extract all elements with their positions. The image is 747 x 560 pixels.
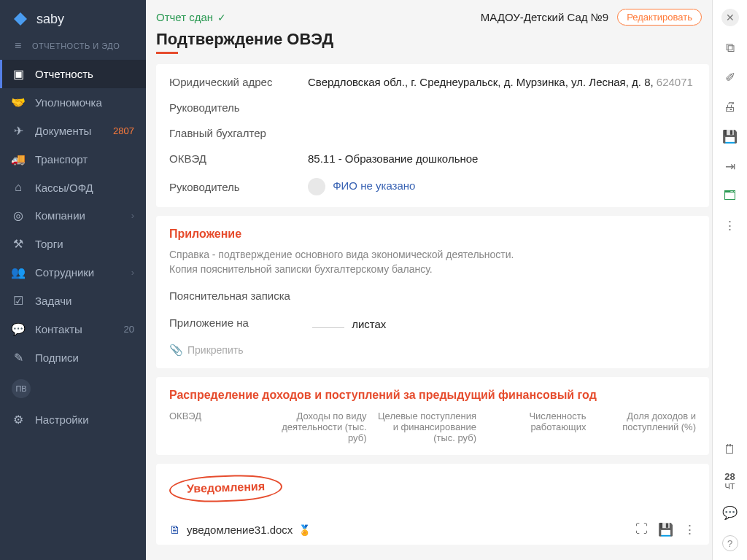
sidebar-item-signatures[interactable]: ✎ Подписи — [0, 343, 146, 372]
sidebar-item-tasks[interactable]: ☑ Задачи — [0, 287, 146, 315]
date-badge[interactable]: 28 ЧТ — [724, 472, 735, 491]
gavel-icon: ⚒ — [12, 237, 25, 251]
sidebar-item-proxy[interactable]: 🤝 Уполномочка — [0, 88, 146, 117]
main: Отчет сдан ✓ МАДОУ-Детский Сад №9 Редакт… — [146, 0, 747, 560]
logo[interactable]: saby — [0, 0, 146, 32]
sidebar-item-documents[interactable]: ✈ Документы 2807 — [0, 117, 146, 145]
appendix-card: Приложение Справка - подтверждение основ… — [156, 216, 709, 368]
content: Отчет сдан ✓ МАДОУ-Детский Сад №9 Редакт… — [146, 0, 712, 560]
print-icon[interactable]: 🖨 — [724, 100, 736, 114]
checklist-icon: ☑ — [12, 294, 25, 308]
kebab-icon[interactable]: ⋮ — [724, 218, 736, 233]
brand-text: saby — [36, 12, 64, 27]
notifications-title: Уведомления — [169, 473, 282, 503]
close-button[interactable]: ✕ — [721, 9, 739, 26]
help-button[interactable]: ? — [722, 535, 738, 551]
okved-label: ОКВЭД — [169, 152, 308, 165]
appendix-description: Справка - подтверждение основного вида э… — [169, 248, 696, 276]
paperclip-icon: 📎 — [169, 343, 183, 357]
note-label: Пояснительная записка — [169, 289, 308, 302]
income-card: Распределение доходов и поступлений за п… — [156, 377, 709, 455]
company-icon: ◎ — [12, 209, 25, 222]
director2-value[interactable]: ФИО не указано — [308, 178, 415, 195]
chevron-right-icon: › — [131, 267, 134, 278]
director-label: Руководитель — [169, 101, 308, 114]
pen-icon: ✎ — [12, 351, 25, 365]
sidebar-item-kassy[interactable]: ⌂ Кассы/ОФД — [0, 174, 146, 201]
paper-plane-icon: ✈ — [12, 124, 25, 138]
section-label[interactable]: ≡ ОТЧЕТНОСТЬ И ЭДО — [0, 32, 146, 60]
check-icon: ✓ — [217, 12, 226, 23]
right-rail: ✕ ⧉ ✐ 🖨 💾 ⇥ 🗔 ⋮ 🗒 28 ЧТ 💬 ? — [712, 0, 747, 560]
sheets-input[interactable] — [312, 315, 344, 328]
attach-link[interactable]: 📎 Прикрепить — [169, 343, 696, 357]
appendix-title: Приложение — [169, 228, 696, 241]
folder-icon: ▣ — [12, 67, 25, 81]
send-icon[interactable]: ⇥ — [725, 159, 735, 174]
save-icon[interactable]: 💾 — [658, 522, 673, 537]
income-table-header: ОКВЭД Доходы по виду деятельности (тыс. … — [169, 411, 696, 443]
notifications-card: Уведомления 🗎 уведомление31.docx 🏅 ⛶ 💾 ⋮ — [156, 464, 709, 545]
menu-icon: ≡ — [12, 39, 25, 52]
sidebar-item-employees[interactable]: 👥 Сотрудники › — [0, 258, 146, 287]
fullscreen-icon[interactable]: ⛶ — [635, 522, 648, 537]
sidebar: saby ≡ ОТЧЕТНОСТЬ И ЭДО ▣ Отчетность 🤝 У… — [0, 0, 146, 560]
sidebar-item-contacts[interactable]: 💬 Контакты 20 — [0, 315, 146, 343]
okved-value: 85.11 - Образование дошкольное — [308, 152, 478, 165]
contacts-badge: 20 — [124, 324, 134, 335]
chat2-icon[interactable]: 💬 — [722, 505, 738, 521]
sidebar-item-transport[interactable]: 🚚 Транспорт — [0, 145, 146, 174]
avatar[interactable]: ПВ — [12, 379, 31, 398]
file-actions: ⛶ 💾 ⋮ — [635, 522, 696, 537]
cash-icon: ⌂ — [12, 181, 25, 194]
chat-icon: 💬 — [12, 322, 25, 336]
status-badge: Отчет сдан ✓ — [156, 11, 226, 23]
doc-icon: 🗎 — [169, 524, 181, 537]
ribbon-icon: 🏅 — [298, 524, 311, 536]
avatar-placeholder-icon — [308, 178, 325, 195]
attached-file[interactable]: 🗎 уведомление31.docx 🏅 ⛶ 💾 ⋮ — [169, 522, 696, 537]
sheets-value: листах — [308, 315, 386, 330]
page-title: Подтверждение ОВЭД — [156, 30, 712, 49]
brand-icon — [12, 10, 29, 28]
chevron-right-icon: › — [131, 210, 134, 221]
org-name: МАДОУ-Детский Сад №9 — [481, 11, 608, 23]
more-icon[interactable]: ⋮ — [684, 522, 696, 537]
documents-badge: 2807 — [113, 125, 134, 136]
sheets-label: Приложение на — [169, 316, 308, 329]
save-disk-icon[interactable]: 💾 — [722, 129, 738, 144]
status-row: Отчет сдан ✓ МАДОУ-Детский Сад №9 Редакт… — [156, 9, 712, 26]
sidebar-item-torgi[interactable]: ⚒ Торги — [0, 230, 146, 258]
sidebar-item-reports[interactable]: ▣ Отчетность — [0, 60, 146, 88]
edit-note-icon[interactable]: ✐ — [725, 70, 735, 85]
sidebar-item-companies[interactable]: ◎ Компании › — [0, 201, 146, 230]
window-icon[interactable]: ⧉ — [726, 41, 735, 55]
edit-button[interactable]: Редактировать — [617, 9, 702, 26]
income-title: Распределение доходов и поступлений за п… — [169, 389, 696, 402]
details-card: Юридический адрес Свердловская обл., г. … — [156, 64, 709, 207]
sidebar-item-settings[interactable]: ⚙ Настройки — [0, 405, 146, 434]
address-value: Свердловская обл., г. Среднеуральск, д. … — [308, 76, 693, 88]
accountant-label: Главный бухгалтер — [169, 127, 308, 139]
address-label: Юридический адрес — [169, 76, 308, 88]
title-underline — [156, 52, 178, 54]
excel-icon[interactable]: 🗔 — [724, 189, 736, 203]
director2-label: Руководитель — [169, 181, 308, 193]
people-icon: 👥 — [12, 265, 25, 279]
truck-icon: 🚚 — [12, 152, 25, 166]
gear-icon: ⚙ — [12, 413, 25, 427]
note2-icon[interactable]: 🗒 — [724, 443, 736, 457]
handshake-icon: 🤝 — [12, 96, 25, 109]
